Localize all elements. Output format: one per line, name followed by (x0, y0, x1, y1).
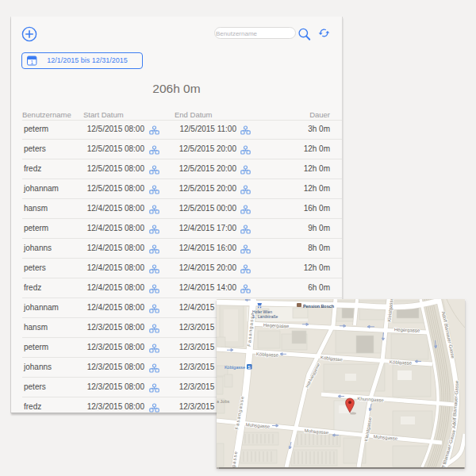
svg-text:Köblgasse: Köblgasse (225, 365, 245, 370)
svg-text:S: S (248, 365, 251, 370)
svg-text:1: 1 (30, 60, 33, 65)
svg-text:Pension Bosch: Pension Bosch (303, 304, 334, 309)
svg-text:3., Landstraße: 3., Landstraße (252, 314, 278, 319)
svg-text:a Jobs: a Jobs (217, 399, 229, 404)
